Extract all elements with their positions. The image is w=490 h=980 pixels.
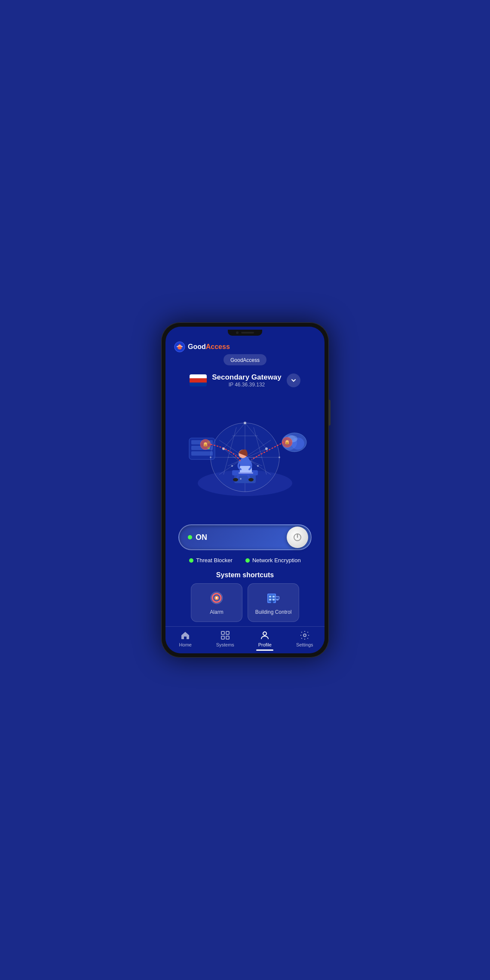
svg-point-41 bbox=[222, 447, 225, 450]
notch bbox=[228, 330, 262, 336]
svg-rect-60 bbox=[271, 600, 273, 603]
svg-point-44 bbox=[257, 465, 259, 467]
home-icon bbox=[180, 630, 190, 640]
logo-text: GoodAccess bbox=[188, 343, 230, 351]
speaker bbox=[241, 332, 254, 334]
svg-rect-56 bbox=[269, 596, 271, 597]
svg-rect-57 bbox=[273, 596, 275, 597]
flag-white bbox=[190, 374, 207, 378]
status-row: Threat Blocker Network Encryption bbox=[165, 553, 325, 568]
phone-frame: GoodAccess GoodAccess Secondary Gateway … bbox=[161, 322, 329, 658]
systems-icon bbox=[220, 630, 230, 640]
svg-point-46 bbox=[210, 456, 211, 458]
settings-icon bbox=[300, 630, 310, 640]
svg-point-68 bbox=[263, 632, 266, 635]
nav-settings[interactable]: Settings bbox=[285, 630, 325, 647]
shortcuts-grid: Alarm bbox=[174, 583, 316, 622]
svg-rect-64 bbox=[221, 631, 224, 634]
alarm-icon bbox=[209, 590, 224, 606]
gateway-info: Secondary Gateway IP 46.36.39.132 bbox=[212, 373, 282, 388]
bottom-nav: Home Systems Profile bbox=[165, 626, 325, 653]
nav-active-indicator bbox=[256, 649, 273, 651]
nav-systems-label: Systems bbox=[216, 642, 234, 647]
camera bbox=[236, 331, 239, 334]
nav-home-label: Home bbox=[179, 642, 192, 647]
svg-point-47 bbox=[279, 456, 280, 458]
chevron-down-icon bbox=[291, 377, 297, 383]
threat-blocker-dot bbox=[189, 558, 193, 563]
notch-area bbox=[165, 327, 325, 339]
building-control-shortcut[interactable]: Building Control bbox=[248, 583, 299, 622]
toggle-status-dot bbox=[188, 535, 192, 539]
svg-point-40 bbox=[244, 422, 246, 424]
threat-blocker-status: Threat Blocker bbox=[189, 557, 233, 564]
svg-rect-58 bbox=[269, 599, 271, 600]
svg-point-53 bbox=[216, 597, 217, 599]
shortcuts-section: System shortcuts Alarm bbox=[165, 568, 325, 626]
logo: GoodAccess bbox=[174, 341, 230, 352]
svg-rect-67 bbox=[226, 636, 229, 639]
building-control-label: Building Control bbox=[255, 609, 292, 615]
shortcuts-title: System shortcuts bbox=[174, 571, 316, 579]
network-encryption-dot bbox=[245, 558, 250, 563]
gateway-section: Secondary Gateway IP 46.36.39.132 bbox=[165, 368, 325, 393]
toggle-thumb bbox=[287, 527, 308, 548]
flag-red bbox=[190, 378, 207, 382]
logo-good: Good bbox=[188, 343, 206, 350]
vpn-graphic bbox=[176, 410, 314, 505]
threat-blocker-label: Threat Blocker bbox=[196, 557, 233, 564]
nav-home[interactable]: Home bbox=[165, 630, 205, 647]
svg-rect-33 bbox=[204, 444, 207, 447]
svg-rect-59 bbox=[273, 599, 275, 600]
svg-point-23 bbox=[248, 478, 254, 481]
svg-rect-65 bbox=[226, 631, 229, 634]
flag-blue bbox=[190, 383, 207, 386]
toggle-status-text: ON bbox=[196, 533, 207, 542]
gateway-chevron-button[interactable] bbox=[287, 374, 300, 387]
alarm-label: Alarm bbox=[210, 609, 223, 615]
gateway-ip: IP 46.36.39.132 bbox=[212, 382, 282, 388]
side-button bbox=[329, 400, 331, 426]
header: GoodAccess bbox=[165, 339, 325, 354]
network-encryption-status: Network Encryption bbox=[245, 557, 301, 564]
svg-point-42 bbox=[265, 447, 268, 450]
svg-rect-63 bbox=[276, 600, 279, 600]
svg-point-69 bbox=[303, 634, 306, 637]
country-flag bbox=[190, 374, 207, 386]
svg-rect-25 bbox=[239, 472, 253, 474]
svg-rect-29 bbox=[191, 451, 213, 456]
app-name-text: GoodAccess bbox=[230, 357, 260, 363]
profile-icon bbox=[260, 630, 270, 640]
svg-rect-66 bbox=[221, 636, 224, 639]
app-name-pill: GoodAccess bbox=[224, 354, 266, 365]
network-encryption-label: Network Encryption bbox=[252, 557, 301, 564]
logo-access: Access bbox=[206, 343, 230, 350]
nav-profile[interactable]: Profile bbox=[245, 630, 285, 647]
nav-profile-label: Profile bbox=[258, 642, 272, 647]
logo-icon bbox=[174, 341, 185, 352]
vpn-toggle[interactable]: ON bbox=[178, 524, 312, 550]
app-name-section: GoodAccess bbox=[165, 354, 325, 365]
power-icon bbox=[293, 533, 302, 542]
svg-rect-39 bbox=[286, 442, 288, 444]
svg-point-43 bbox=[231, 465, 233, 467]
toggle-section: ON bbox=[165, 522, 325, 553]
phone-screen: GoodAccess GoodAccess Secondary Gateway … bbox=[165, 327, 325, 653]
svg-point-45 bbox=[240, 478, 242, 480]
svg-rect-62 bbox=[276, 597, 279, 599]
alarm-shortcut[interactable]: Alarm bbox=[191, 583, 242, 622]
toggle-label-area: ON bbox=[188, 533, 287, 542]
nav-systems[interactable]: Systems bbox=[205, 630, 245, 647]
vpn-illustration bbox=[165, 393, 325, 522]
svg-point-22 bbox=[233, 478, 238, 481]
gateway-name: Secondary Gateway bbox=[212, 373, 282, 382]
nav-settings-label: Settings bbox=[296, 642, 313, 647]
building-control-icon bbox=[266, 590, 281, 606]
